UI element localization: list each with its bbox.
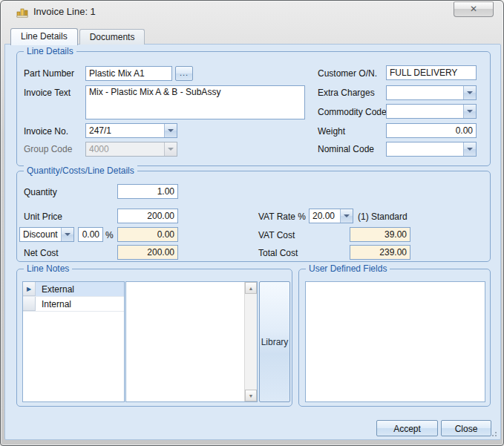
library-button-label: Library <box>261 337 289 347</box>
scroll-up-button[interactable]: ▲ <box>245 282 257 294</box>
row-selector-cell[interactable] <box>23 297 36 311</box>
total-cost-label: Total Cost <box>258 248 298 258</box>
line-details-group-title: Line Details <box>24 46 76 56</box>
list-item-external[interactable]: ▶ External <box>23 282 124 297</box>
scroll-up-icon: ▲ <box>249 286 254 291</box>
close-window-button[interactable]: ✕ <box>454 1 494 17</box>
user-defined-fields-group: User Defined Fields <box>298 269 491 407</box>
quantity-input[interactable] <box>117 184 178 199</box>
quantity-costs-group-title: Quantity/Costs/Line Details <box>24 165 137 176</box>
invoice-text-input[interactable]: Mix - Plastic Mix A & B - SubAssy <box>85 85 305 119</box>
quantity-label: Quantity <box>24 187 57 197</box>
vat-rate-label: VAT Rate % <box>258 211 306 222</box>
total-cost-field <box>350 245 410 260</box>
line-details-group: Line Details Part Number ... Invoice Tex… <box>16 51 491 166</box>
commodity-code-value[interactable] <box>387 105 463 118</box>
tab-strip: Line Details Documents <box>10 27 146 45</box>
title-bar[interactable]: Invoice Line: 1 ✕ <box>1 1 503 23</box>
user-defined-fields-group-title: User Defined Fields <box>306 263 390 274</box>
vat-rate-value[interactable] <box>310 209 340 223</box>
nominal-code-label: Nominal Code <box>318 144 374 154</box>
accept-button[interactable]: Accept <box>376 420 438 436</box>
discount-percent-input[interactable] <box>78 227 103 242</box>
vat-cost-field <box>350 227 410 242</box>
note-text-panel: ▲ ▼ <box>125 281 258 402</box>
close-button[interactable]: Close <box>441 420 491 436</box>
group-code-combo <box>85 142 177 157</box>
commodity-code-label: Commodity Code <box>318 107 387 117</box>
invoice-no-value[interactable] <box>86 124 164 137</box>
vat-rate-combo[interactable] <box>309 209 353 223</box>
chevron-down-icon[interactable] <box>61 228 73 241</box>
part-number-input[interactable] <box>85 66 172 81</box>
chevron-down-icon <box>164 142 177 156</box>
part-number-browse-button[interactable]: ... <box>175 66 193 81</box>
vat-cost-label: VAT Cost <box>258 230 295 240</box>
vat-rate-description: (1) Standard <box>358 211 408 222</box>
chevron-down-icon[interactable] <box>164 124 177 137</box>
net-cost-field <box>117 245 178 260</box>
row-selector-cell[interactable]: ▶ <box>23 282 36 296</box>
customer-on-input[interactable] <box>386 65 477 80</box>
tab-line-details[interactable]: Line Details <box>10 28 78 45</box>
discount-type-value[interactable] <box>20 228 61 241</box>
chevron-down-icon[interactable] <box>463 142 476 156</box>
chevron-down-icon[interactable] <box>463 105 476 118</box>
window-title: Invoice Line: 1 <box>33 6 96 17</box>
group-code-value <box>86 142 164 156</box>
resize-grip[interactable] <box>489 429 497 437</box>
chevron-down-icon[interactable] <box>463 86 476 99</box>
percent-suffix-label: % <box>105 230 114 240</box>
library-button[interactable]: Library <box>259 281 290 402</box>
note-text-input[interactable] <box>126 282 245 401</box>
close-icon: ✕ <box>470 4 477 14</box>
scroll-down-icon: ▼ <box>249 393 254 399</box>
invoice-line-dialog: Invoice Line: 1 ✕ Line Details Documents… <box>0 0 504 446</box>
invoice-no-label: Invoice No. <box>24 126 68 137</box>
line-details-tab-page: Line Details Part Number ... Invoice Tex… <box>4 44 501 440</box>
row-selector-icon: ▶ <box>27 286 31 292</box>
part-number-label: Part Number <box>24 68 74 79</box>
invoice-no-combo[interactable] <box>85 123 177 138</box>
invoice-text-label: Invoice Text <box>24 88 71 98</box>
nominal-code-value[interactable] <box>387 142 463 156</box>
weight-label: Weight <box>318 126 345 137</box>
discount-type-combo[interactable] <box>19 227 74 242</box>
extra-charges-label: Extra Charges <box>318 88 375 98</box>
group-code-label: Group Code <box>24 144 72 154</box>
user-defined-fields-area[interactable] <box>305 281 485 402</box>
line-notes-group-title: Line Notes <box>24 263 72 274</box>
line-notes-group: Line Notes ▶ External Internal ▲ <box>16 269 292 407</box>
invoice-app-icon <box>16 6 28 18</box>
commodity-code-combo[interactable] <box>386 104 477 119</box>
customer-on-label: Customer O/N. <box>318 68 377 79</box>
discount-amount-field <box>117 227 178 242</box>
notes-scrollbar[interactable]: ▲ ▼ <box>244 282 257 401</box>
unit-price-input[interactable] <box>117 209 178 223</box>
extra-charges-combo[interactable] <box>386 85 477 100</box>
nominal-code-combo[interactable] <box>386 142 477 157</box>
weight-input[interactable] <box>386 123 477 138</box>
scroll-down-button[interactable]: ▼ <box>245 390 257 401</box>
extra-charges-value[interactable] <box>387 86 463 99</box>
net-cost-label: Net Cost <box>24 248 59 258</box>
tab-documents[interactable]: Documents <box>79 29 145 45</box>
unit-price-label: Unit Price <box>24 211 62 222</box>
line-notes-list: ▶ External Internal <box>22 281 125 402</box>
list-item-label: Internal <box>36 297 124 311</box>
quantity-costs-group: Quantity/Costs/Line Details Quantity Uni… <box>16 171 491 262</box>
chevron-down-icon[interactable] <box>340 209 353 223</box>
list-item-label: External <box>36 282 124 296</box>
list-item-internal[interactable]: Internal <box>23 297 124 312</box>
